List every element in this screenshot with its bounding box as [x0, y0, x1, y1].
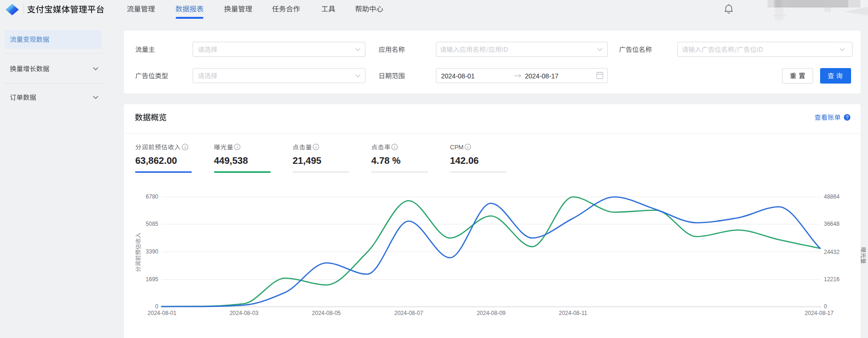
svg-text:?: ? — [846, 115, 849, 120]
